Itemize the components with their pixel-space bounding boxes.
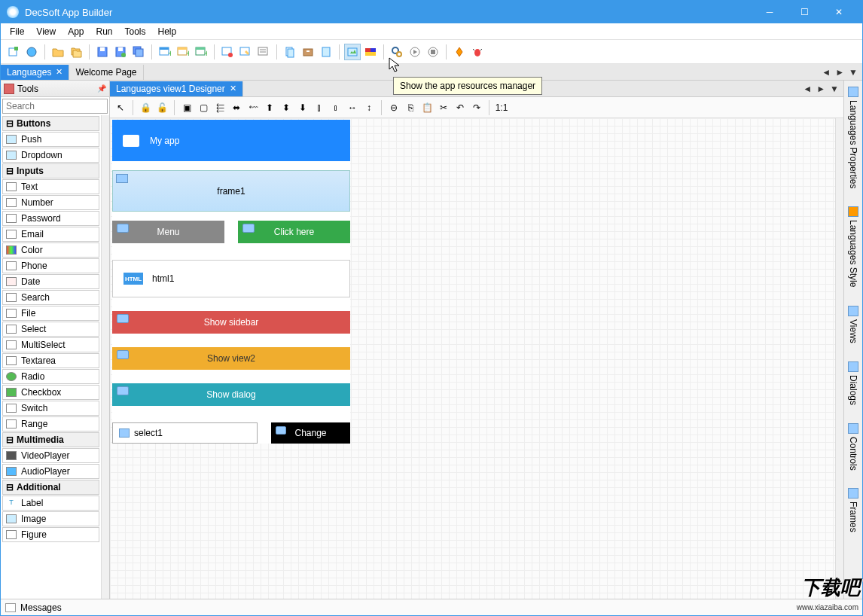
widget-show-sidebar[interactable]: Show sidebar [112, 311, 350, 334]
panel-properties[interactable]: Languages Properties [846, 84, 860, 191]
tool-radio[interactable]: Radio [2, 369, 99, 384]
dtab-prev-icon[interactable]: ◄ [801, 84, 813, 94]
paste-icon[interactable]: 📋 [419, 100, 435, 115]
tool-video[interactable]: VideoPlayer [2, 448, 99, 463]
save-all-button[interactable] [130, 44, 147, 60]
archive-button[interactable] [300, 44, 316, 60]
copy-icon[interactable]: ⎘ [403, 100, 418, 115]
languages-button[interactable] [362, 44, 379, 60]
delete-icon[interactable]: ⊖ [386, 100, 401, 115]
same-h-icon[interactable]: ↕ [361, 100, 377, 115]
bring-front-icon[interactable]: ▣ [179, 100, 194, 115]
widget-show-view2[interactable]: Show view2 [112, 347, 350, 370]
cat-inputs[interactable]: ⊟Inputs [2, 163, 99, 178]
tools-scrollbar[interactable] [101, 115, 109, 599]
cat-buttons[interactable]: ⊟Buttons [2, 116, 99, 131]
tool-multiselect[interactable]: MultiSelect [2, 337, 99, 352]
settings-button[interactable] [389, 44, 405, 60]
cat-additional[interactable]: ⊟Additional [2, 480, 99, 495]
tool-text[interactable]: Text [2, 179, 99, 194]
unlock-icon[interactable]: 🔓 [154, 100, 169, 115]
tool-switch[interactable]: Switch [2, 401, 99, 416]
widget-html1[interactable]: HTML html1 [112, 260, 350, 297]
same-w-icon[interactable]: ↔ [345, 100, 360, 115]
canvas-scrollbar[interactable] [835, 118, 843, 599]
tool-number[interactable]: Number [2, 195, 99, 210]
minimize-button[interactable]: ─ [752, 1, 787, 23]
new-globe-button[interactable] [23, 44, 40, 60]
menu-help[interactable]: Help [152, 25, 183, 38]
tool-textarea[interactable]: Textarea [2, 353, 99, 368]
dist-h-icon[interactable]: ⫿ [312, 100, 327, 115]
widget-change-button[interactable]: Change [271, 422, 350, 444]
tool-image[interactable]: Image [2, 511, 99, 526]
tool-color[interactable]: Color [2, 242, 99, 258]
tab-next-icon[interactable]: ► [834, 67, 846, 78]
tool-dropdown[interactable]: Dropdown [2, 148, 99, 163]
build-button[interactable] [451, 44, 468, 60]
redo-icon[interactable]: ↷ [469, 100, 484, 115]
tool-password[interactable]: Password [2, 211, 99, 226]
cut-icon[interactable]: ✂ [436, 100, 451, 115]
menu-app[interactable]: App [62, 25, 90, 38]
panel-frames[interactable]: Frames [846, 485, 860, 535]
dtab-next-icon[interactable]: ► [815, 84, 827, 94]
align-left-icon[interactable]: ⬱ [212, 100, 227, 115]
edit-view-button[interactable] [237, 44, 254, 60]
widget-frame1[interactable]: frame1 [112, 170, 350, 212]
tool-range[interactable]: Range [2, 416, 99, 432]
new-project-button[interactable] [5, 44, 22, 60]
add-dialog-button[interactable]: + [175, 44, 191, 60]
save-as-button[interactable] [112, 44, 129, 60]
tool-select[interactable]: Select [2, 322, 99, 337]
align-middle-icon[interactable]: ⬍ [279, 100, 294, 115]
tool-search[interactable]: Search [2, 290, 99, 305]
resources-button[interactable] [344, 44, 361, 60]
tool-checkbox[interactable]: Checkbox [2, 385, 99, 400]
menu-file[interactable]: File [4, 25, 30, 38]
menu-tools[interactable]: Tools [119, 25, 152, 38]
tab-close-icon[interactable]: ✕ [56, 67, 63, 77]
stop-button[interactable] [425, 44, 441, 60]
widget-select1[interactable]: select1 [112, 422, 258, 444]
files-button[interactable] [282, 44, 298, 60]
undo-icon[interactable]: ↶ [453, 100, 468, 115]
panel-dialogs[interactable]: Dialogs [846, 358, 860, 408]
save-button[interactable] [94, 44, 111, 60]
add-view-button[interactable]: + [157, 44, 173, 60]
tool-email[interactable]: Email [2, 227, 99, 242]
messages-label[interactable]: Messages [20, 602, 62, 613]
props-button[interactable] [255, 44, 272, 60]
designer-tab[interactable]: Languages view1 Designer ✕ [110, 81, 243, 96]
tool-date[interactable]: Date [2, 274, 99, 289]
tool-label[interactable]: TLabel [2, 496, 99, 511]
dist-v-icon[interactable]: ⫾ [328, 100, 343, 115]
tab-prev-icon[interactable]: ◄ [820, 67, 832, 78]
panel-controls[interactable]: Controls [846, 420, 860, 474]
tab-menu-icon[interactable]: ▼ [847, 67, 859, 78]
widget-app-header[interactable]: My app [112, 120, 350, 161]
pin-icon[interactable]: 📌 [97, 84, 106, 93]
panel-style[interactable]: Languages Style [846, 203, 860, 290]
design-canvas[interactable]: My app frame1 Menu [112, 120, 350, 444]
panel-views[interactable]: Views [846, 303, 860, 346]
tool-phone[interactable]: Phone [2, 258, 99, 273]
tab-languages[interactable]: Languages ✕ [1, 65, 69, 80]
designer-tab-close-icon[interactable]: ✕ [230, 84, 236, 93]
pointer-icon[interactable]: ↖ [113, 100, 128, 115]
tool-file[interactable]: File [2, 306, 99, 321]
align-right-icon[interactable]: ⬳ [245, 100, 261, 115]
debug-button[interactable] [469, 44, 486, 60]
align-bottom-icon[interactable]: ⬇ [295, 100, 310, 115]
tab-welcome[interactable]: Welcome Page [69, 65, 143, 80]
zoom-icon[interactable]: 1:1 [494, 100, 509, 115]
lock-icon[interactable]: 🔒 [138, 100, 153, 115]
close-button[interactable]: ✕ [822, 1, 856, 23]
cat-multimedia[interactable]: ⊟Multimedia [2, 432, 99, 447]
menu-run[interactable]: Run [90, 25, 119, 38]
search-input[interactable] [2, 99, 108, 114]
send-back-icon[interactable]: ▢ [196, 100, 211, 115]
tool-audio[interactable]: AudioPlayer [2, 464, 99, 479]
menu-view[interactable]: View [30, 25, 62, 38]
remove-button[interactable] [219, 44, 236, 60]
